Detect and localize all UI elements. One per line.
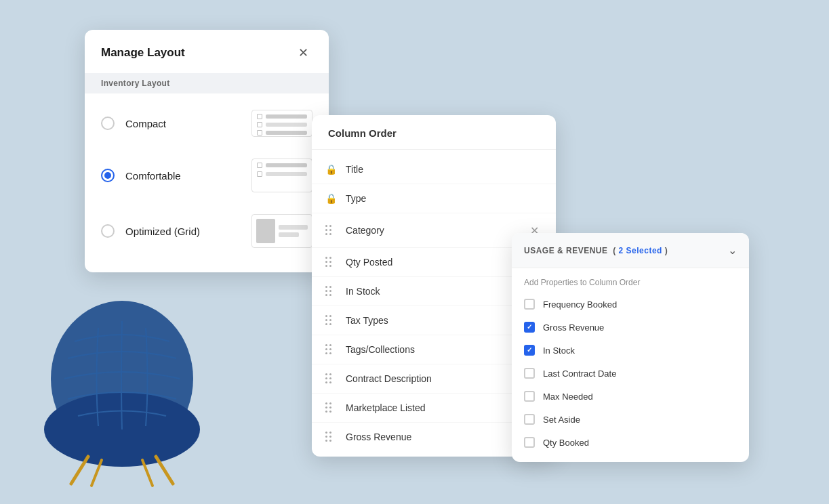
drag-handle-qty-posted[interactable]: [325, 257, 336, 268]
column-item-type[interactable]: 🔒 Type: [312, 184, 556, 213]
property-list: Frequency Booked ✓ Gross Revenue ✓ In St…: [512, 293, 749, 462]
drag-handle-tags[interactable]: [325, 344, 336, 355]
property-max-needed-label: Max Needed: [543, 392, 593, 402]
property-max-needed[interactable]: Max Needed: [524, 385, 737, 408]
compact-icon: [251, 110, 312, 137]
inventory-layout-label: Inventory Layout: [85, 73, 329, 93]
column-type-label: Type: [346, 193, 542, 204]
layout-option-compact[interactable]: Compact: [85, 99, 329, 148]
checkbox-frequency-booked[interactable]: [524, 299, 535, 310]
compact-label: Compact: [125, 118, 241, 129]
property-frequency-booked-label: Frequency Booked: [543, 299, 617, 310]
manage-layout-title: Manage Layout: [101, 46, 185, 60]
property-in-stock[interactable]: ✓ In Stock: [524, 339, 737, 362]
checkbox-qty-booked[interactable]: [524, 437, 535, 448]
column-title-label: Title: [346, 164, 542, 175]
compact-radio[interactable]: [101, 117, 115, 130]
drag-handle-tax-types[interactable]: [325, 315, 336, 326]
property-set-aside-label: Set Aside: [543, 415, 580, 425]
usage-revenue-count: 2 Selected: [619, 246, 662, 255]
drag-handle-category[interactable]: [325, 225, 336, 236]
property-frequency-booked[interactable]: Frequency Booked: [524, 293, 737, 316]
usage-revenue-title: USAGE & REVENUE ( 2 Selected ): [524, 246, 668, 255]
property-in-stock-label: In Stock: [543, 345, 575, 356]
property-qty-booked[interactable]: Qty Booked: [524, 431, 737, 454]
close-manage-layout-button[interactable]: ✕: [294, 43, 312, 62]
comfortable-label: Comfortable: [125, 170, 241, 182]
lock-icon-title: 🔒: [325, 164, 336, 175]
checkbox-last-contract-date[interactable]: [524, 368, 535, 379]
checkbox-set-aside[interactable]: [524, 414, 535, 425]
checkbox-gross-revenue[interactable]: ✓: [524, 322, 535, 333]
column-order-title: Column Order: [328, 127, 397, 139]
column-item-title[interactable]: 🔒 Title: [312, 155, 556, 184]
property-last-contract-date-label: Last Contract Date: [543, 369, 616, 379]
manage-layout-panel: Manage Layout ✕ Inventory Layout Compact: [85, 30, 329, 272]
property-qty-booked-label: Qty Booked: [543, 438, 589, 448]
property-gross-revenue[interactable]: ✓ Gross Revenue: [524, 316, 737, 339]
column-category-label: Category: [346, 225, 517, 236]
checkbox-max-needed[interactable]: [524, 391, 535, 402]
drag-handle-gross-revenue[interactable]: [325, 432, 336, 442]
checkbox-in-stock[interactable]: ✓: [524, 345, 535, 356]
usage-revenue-panel: USAGE & REVENUE ( 2 Selected ) ⌄ Add Pro…: [512, 233, 749, 462]
comfortable-icon: [251, 159, 312, 192]
drag-handle-contract[interactable]: [325, 373, 336, 384]
property-set-aside[interactable]: Set Aside: [524, 408, 737, 431]
layout-option-optimized[interactable]: Optimized (Grid): [85, 203, 329, 259]
property-gross-revenue-label: Gross Revenue: [543, 322, 604, 333]
optimized-label: Optimized (Grid): [125, 226, 241, 237]
drag-handle-marketplace[interactable]: [325, 402, 336, 413]
drag-handle-in-stock[interactable]: [325, 286, 336, 297]
layout-option-comfortable[interactable]: Comfortable: [85, 148, 329, 203]
optimized-radio[interactable]: [101, 224, 115, 238]
chevron-down-icon[interactable]: ⌄: [728, 244, 737, 257]
comfortable-radio[interactable]: [101, 169, 115, 182]
add-properties-label: Add Properties to Column Order: [512, 268, 749, 293]
property-last-contract-date[interactable]: Last Contract Date: [524, 362, 737, 385]
optimized-icon: [251, 214, 312, 248]
chair-illustration: [20, 274, 224, 490]
lock-icon-type: 🔒: [325, 193, 336, 204]
